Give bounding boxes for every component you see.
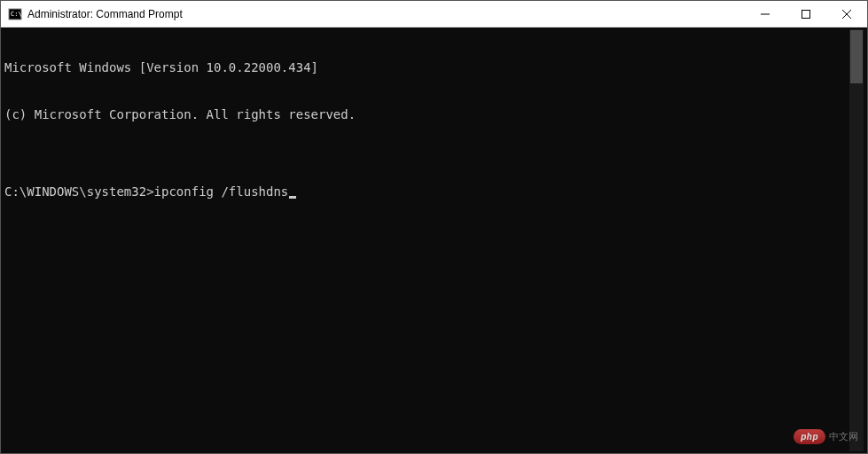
maximize-button[interactable]	[786, 1, 826, 27]
svg-rect-3	[802, 10, 810, 18]
prompt-text: C:\WINDOWS\system32>	[4, 184, 154, 200]
copyright-line: (c) Microsoft Corporation. All rights re…	[4, 107, 849, 123]
vertical-scrollbar[interactable]	[849, 29, 864, 451]
scrollbar-thumb[interactable]	[850, 30, 863, 83]
command-text: ipconfig /flushdns	[154, 184, 289, 200]
close-button[interactable]	[826, 1, 867, 27]
terminal-content: Microsoft Windows [Version 10.0.22000.43…	[4, 29, 849, 451]
prompt-line: C:\WINDOWS\system32>ipconfig /flushdns	[4, 184, 849, 200]
minimize-icon	[761, 10, 770, 19]
maximize-icon	[802, 10, 810, 19]
minimize-button[interactable]	[745, 1, 786, 27]
svg-text:C:\: C:\	[11, 11, 22, 18]
cursor	[289, 196, 296, 199]
watermark-text: 中文网	[829, 430, 858, 443]
titlebar[interactable]: C:\ Administrator: Command Prompt	[1, 1, 867, 27]
close-icon	[842, 10, 851, 19]
titlebar-left: C:\ Administrator: Command Prompt	[8, 7, 183, 21]
watermark: php 中文网	[794, 429, 858, 444]
terminal-area[interactable]: Microsoft Windows [Version 10.0.22000.43…	[1, 27, 867, 453]
watermark-badge: php	[794, 429, 825, 444]
cmd-icon: C:\	[8, 7, 22, 21]
window-controls	[745, 1, 867, 27]
version-line: Microsoft Windows [Version 10.0.22000.43…	[4, 60, 849, 76]
command-prompt-window: C:\ Administrator: Command Prompt	[0, 0, 868, 454]
window-title: Administrator: Command Prompt	[27, 8, 183, 20]
